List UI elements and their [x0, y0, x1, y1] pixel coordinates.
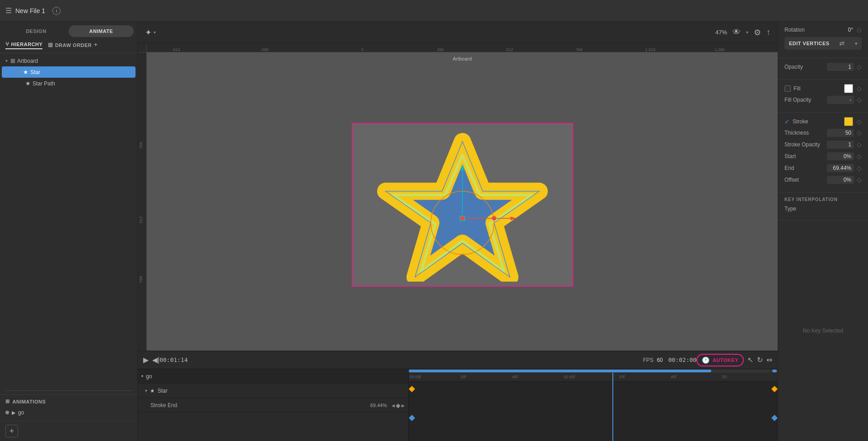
ruler-tick-256: 256 [437, 47, 444, 52]
ruler-row: -512 -256 0 256 512 768 1,024 1,280 [138, 43, 778, 52]
edit-vertices-button[interactable]: EDIT VERTICES ⇄ ▾ [784, 37, 862, 50]
keyframe-go-start[interactable] [409, 386, 415, 392]
canvas-viewport[interactable]: Artboard [147, 52, 778, 351]
hamburger-icon[interactable]: ☰ [5, 6, 12, 15]
anim-label-go: go [18, 409, 24, 416]
expand-arrow-star[interactable]: ▾ [18, 70, 20, 75]
track-row-stroke-end [409, 411, 778, 425]
fill-label: Fill [793, 85, 841, 92]
expand-arrow-artboard[interactable]: ▾ [5, 58, 8, 63]
fps-label: FPS 60 [643, 357, 663, 363]
canvas-top-bar: ✦ ▾ 47% 👁 ▾ ⚙ ↑ [138, 22, 778, 43]
cursor-tool[interactable]: ↖ [747, 356, 753, 364]
stroke-keyframe[interactable]: ◇ [857, 118, 862, 125]
tick-0: 00:00f [410, 375, 421, 379]
main-layout: DESIGN ANIMATE ⑂ HIERARCHY ⊞ DRAW ORDER … [0, 22, 868, 441]
fill-opacity-keyframe[interactable]: ◇ [857, 96, 862, 103]
tl-row-go[interactable]: • go [138, 369, 408, 384]
autokey-button[interactable]: 🕐 AUTOKEY [696, 354, 744, 366]
tl-key-nav: ◂ ◆ ▸ [392, 402, 405, 409]
fill-keyframe[interactable]: ◇ [857, 85, 862, 92]
key-nav-diamond[interactable]: ◆ [396, 402, 401, 409]
tick-1m20f: 20f [619, 375, 625, 379]
tl-arrow-star[interactable]: ▾ [145, 388, 147, 393]
tl-scrubber[interactable] [612, 373, 613, 441]
star-label: Star [30, 69, 40, 75]
track-row-go [409, 382, 778, 396]
star-svg [372, 128, 553, 281]
opacity-keyframe[interactable]: ◇ [857, 63, 862, 70]
add-animation-button[interactable]: + [5, 425, 18, 437]
start-label: Start [784, 153, 825, 160]
rewind-button[interactable]: ◀| [152, 356, 159, 364]
end-keyframe[interactable]: ◇ [857, 164, 862, 172]
app-title-group: ☰ New File 1 i [5, 6, 61, 15]
tl-row-star[interactable]: ▾ ★ Star [138, 384, 408, 398]
move-dropdown-icon[interactable]: ▾ [154, 30, 156, 35]
end-value: 69.44% [827, 164, 854, 172]
progress-bar-container [409, 369, 778, 373]
collapse-tool[interactable]: ⇔ [766, 356, 772, 364]
anim-item-go[interactable]: ▶ go [5, 408, 132, 417]
ruler-v-768: 768 [139, 276, 143, 283]
keyframe-stroke-end[interactable] [771, 415, 778, 421]
thickness-keyframe[interactable]: ◇ [857, 129, 862, 136]
info-icon[interactable]: i [52, 7, 61, 15]
anim-play-go[interactable]: ▶ [12, 410, 15, 416]
right-panel: Rotation 0° ◇ EDIT VERTICES ⇄ ▾ Opacity … [778, 22, 868, 441]
tab-draw-order[interactable]: ⊞ DRAW ORDER ✦ [48, 42, 98, 48]
tick-40f: 40f [512, 375, 518, 379]
timeline-controls: ▶ ◀| [143, 356, 159, 364]
artboard[interactable] [352, 123, 573, 286]
refresh-tool[interactable]: ↻ [757, 356, 763, 364]
end-label: End [784, 165, 825, 171]
tab-animate[interactable]: ANIMATE [69, 25, 134, 37]
type-row: Type [784, 206, 862, 212]
fill-row: Fill ◇ [784, 84, 862, 93]
visibility-btn[interactable]: 👁 [733, 28, 741, 37]
timeline-track[interactable]: 00:00f 20f 40f 01:00f 20f 40f 02 [409, 369, 778, 441]
thickness-value: 50 [827, 129, 854, 137]
thickness-label: Thickness [784, 130, 825, 136]
tree-item-star[interactable]: ▾ ★ Star [2, 66, 135, 78]
zoom-level[interactable]: 47% [715, 29, 727, 36]
start-keyframe[interactable]: ◇ [857, 153, 862, 160]
tab-design[interactable]: DESIGN [4, 25, 69, 37]
draw-order-icon: ⊞ [48, 42, 53, 48]
opacity-section: Opacity 1 ◇ [778, 58, 868, 80]
star-path-label: Star Path [33, 80, 55, 87]
edit-vertices-chevron[interactable]: ▾ [855, 41, 858, 46]
rotation-keyframe[interactable]: ◇ [857, 26, 862, 33]
ruler-v-256: 256 [139, 142, 143, 149]
key-nav-next[interactable]: ▸ [401, 402, 405, 409]
hierarchy-icon: ⑂ [5, 41, 9, 47]
stroke-swatch[interactable] [844, 117, 853, 126]
offset-value: 0% [827, 176, 854, 184]
move-tool[interactable]: ✦ ▾ [145, 28, 156, 38]
keyframe-stroke-start[interactable] [409, 415, 415, 421]
ruler-tick-512: 512 [506, 47, 513, 52]
fill-checkbox[interactable] [784, 85, 791, 92]
tl-value-stroke-end: 69.44% [370, 403, 387, 408]
stroke-opacity-keyframe[interactable]: ◇ [857, 141, 862, 148]
settings-btn[interactable]: ⚙ [754, 28, 761, 38]
tl-row-stroke-end[interactable]: Stroke End 69.44% ◂ ◆ ▸ [138, 398, 408, 413]
ruler-v-512: 512 [139, 216, 143, 223]
visibility-dropdown[interactable]: ▾ [746, 30, 748, 35]
timeline-body: • go ▾ ★ Star Stroke End 69.44% ◂ [138, 369, 778, 441]
stroke-row: ✓ Stroke ◇ [784, 117, 862, 126]
tree-item-artboard[interactable]: ▾ ⊞ Artboard [0, 55, 137, 66]
key-nav-prev[interactable]: ◂ [392, 402, 395, 409]
offset-keyframe[interactable]: ◇ [857, 176, 862, 183]
fill-swatch[interactable] [844, 84, 853, 93]
tab-hierarchy[interactable]: ⑂ HIERARCHY [5, 41, 42, 49]
left-panel: DESIGN ANIMATE ⑂ HIERARCHY ⊞ DRAW ORDER … [0, 22, 138, 441]
tree-item-star-path[interactable]: ★ Star Path [0, 78, 137, 89]
export-btn[interactable]: ↑ [766, 28, 770, 37]
keyframe-go-end[interactable] [771, 386, 778, 392]
offset-label: Offset [784, 177, 825, 183]
artboard-label: Artboard [17, 58, 38, 64]
track-row-star [409, 396, 778, 411]
ruler-tick-1280: 1,280 [714, 47, 725, 52]
play-button[interactable]: ▶ [143, 356, 149, 364]
